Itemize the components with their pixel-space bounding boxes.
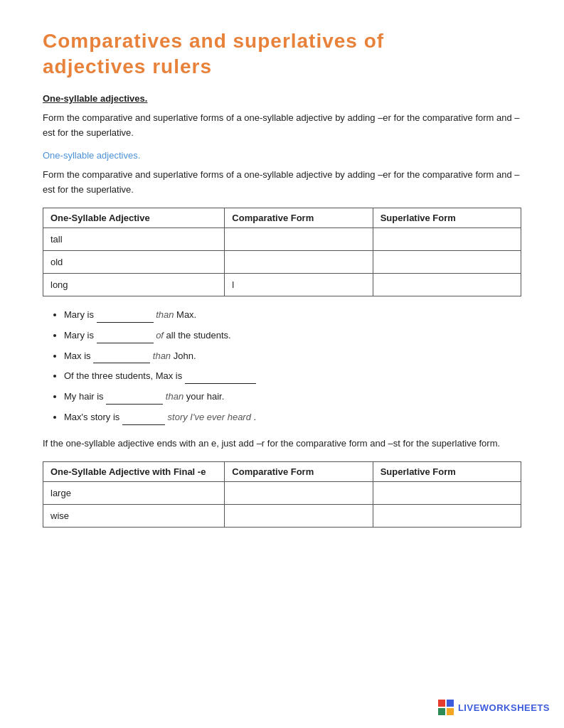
table2-header-col3: Superlative Form: [373, 461, 521, 481]
table1-header-col1: One-Syllable Adjective: [43, 208, 225, 228]
list-item: Mary is of all the students.: [64, 328, 521, 343]
table1-header-col3: Superlative Form: [373, 208, 521, 228]
table2-row2-col3[interactable]: [373, 504, 521, 527]
table-row: tall: [43, 228, 521, 250]
bullet2-before: Mary is: [64, 330, 97, 341]
page-title: Comparatives and superlatives of adjecti…: [43, 28, 521, 80]
title-line1: Comparatives and superlatives of: [43, 30, 384, 52]
bullet3-before: Max is: [64, 350, 93, 361]
title-line2: adjectives rulers: [43, 55, 212, 77]
section2-body: Form the comparative and superlative for…: [43, 168, 521, 198]
logo-cell-yellow: [447, 708, 454, 715]
bullet6-italic: story I've ever heard: [168, 412, 251, 422]
table1-row1-col1: tall: [43, 228, 225, 250]
table2-row2-col2[interactable]: [225, 504, 373, 527]
bullet4-blank[interactable]: [185, 374, 256, 384]
section1-heading: One-syllable adjectives.: [43, 93, 521, 104]
bullet1-blank[interactable]: [97, 313, 154, 323]
bullet2-after: all the students.: [166, 330, 231, 341]
bullet1-before: Mary is: [64, 309, 97, 320]
bullet1-after: Max.: [176, 309, 196, 320]
table1-row1-col3[interactable]: [373, 228, 521, 250]
table1-row2-col3[interactable]: [373, 250, 521, 273]
table1-header-col2: Comparative Form: [225, 208, 373, 228]
bullet-list: Mary is than Max. Mary is of all the stu…: [64, 308, 521, 425]
table-row: wise: [43, 504, 521, 527]
section2-heading-blue: One-syllable adjectives.: [43, 150, 521, 161]
bullet4-before: Of the three students, Max is: [64, 370, 185, 381]
bullet5-after: your hair.: [186, 391, 224, 402]
logo-text: LIVEWORKSHEETS: [458, 702, 550, 713]
table1-row2-col1: old: [43, 250, 225, 273]
liveworksheets-logo: LIVEWORKSHEETS: [438, 700, 550, 715]
list-item: Of the three students, Max is: [64, 369, 521, 384]
table1-row2-col2[interactable]: [225, 250, 373, 273]
list-item: My hair is than your hair.: [64, 390, 521, 405]
table1: One-Syllable Adjective Comparative Form …: [43, 208, 521, 296]
bullet3-after: John.: [174, 350, 196, 361]
bullet2-italic: of: [156, 330, 164, 341]
table2-row1-col1: large: [43, 481, 225, 504]
table2: One-Syllable Adjective with Final -e Com…: [43, 461, 521, 528]
table1-row3-col1: long: [43, 273, 225, 296]
bullet5-italic: than: [166, 391, 183, 402]
logo-cell-red: [438, 700, 445, 707]
page-container: Comparatives and superlatives of adjecti…: [0, 0, 564, 596]
table-row: old: [43, 250, 521, 273]
table-row: long l: [43, 273, 521, 296]
bullet3-blank[interactable]: [93, 353, 150, 363]
logo-cell-green: [438, 708, 445, 715]
list-item: Max's story is story I've ever heard .: [64, 410, 521, 425]
bullet3-italic: than: [153, 350, 171, 361]
bullet6-before: Max's story is: [64, 412, 122, 422]
table2-row2-col1: wise: [43, 504, 225, 527]
list-item: Max is than John.: [64, 349, 521, 364]
table1-row3-col2[interactable]: l: [225, 273, 373, 296]
list-item: Mary is than Max.: [64, 308, 521, 323]
bullet2-blank[interactable]: [97, 333, 154, 343]
table2-row1-col2[interactable]: [225, 481, 373, 504]
table1-row3-col3[interactable]: [373, 273, 521, 296]
bullet1-italic: than: [156, 309, 174, 320]
table2-row1-col3[interactable]: [373, 481, 521, 504]
table2-header-col2: Comparative Form: [225, 461, 373, 481]
logo-grid: [438, 700, 454, 715]
logo-cell-blue: [447, 700, 454, 707]
bullet5-before: My hair is: [64, 391, 106, 402]
bullet5-blank[interactable]: [106, 395, 163, 405]
bullet6-after: .: [254, 412, 257, 422]
table2-header-col1: One-Syllable Adjective with Final -e: [43, 461, 225, 481]
table1-row1-col2[interactable]: [225, 228, 373, 250]
section3-body: If the one-syllable adjective ends with …: [43, 437, 521, 451]
table-row: large: [43, 481, 521, 504]
section1-body: Form the comparative and superlative for…: [43, 111, 521, 141]
bullet6-blank[interactable]: [122, 415, 165, 425]
